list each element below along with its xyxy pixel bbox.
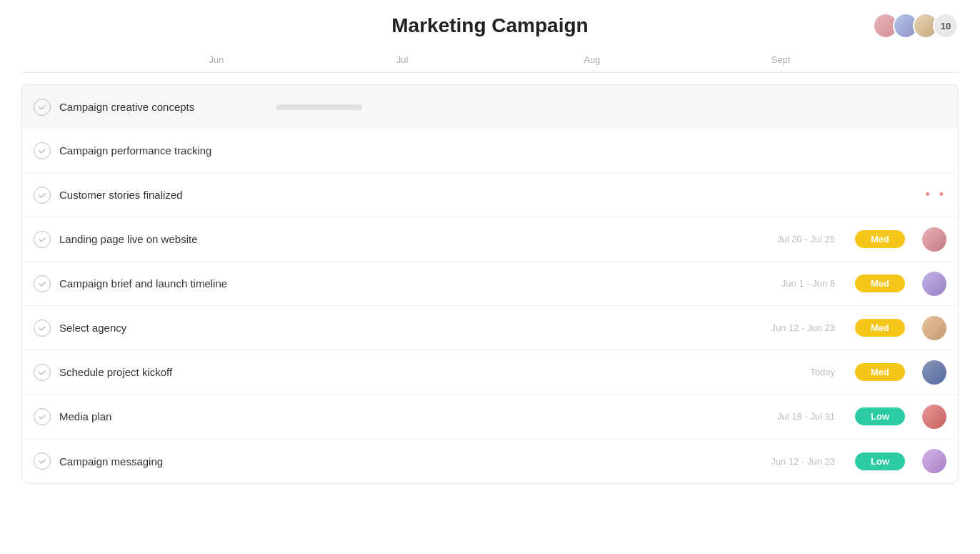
task-date-6: Jun 12 - Jun 23	[742, 322, 835, 333]
check-icon-3[interactable]	[34, 187, 51, 204]
check-icon-9[interactable]	[34, 452, 51, 470]
task-name-1: Campaign creative concepts	[59, 101, 276, 113]
priority-badge-5: Med	[855, 274, 905, 292]
row-right-1	[276, 104, 946, 110]
row-left-6: Select agency	[34, 320, 276, 337]
row-right-4: Jul 20 - Jul 25 Med	[276, 227, 946, 252]
task-date-4: Jul 20 - Jul 25	[742, 234, 835, 244]
check-icon-5[interactable]	[34, 275, 51, 292]
assignee-avatar-9	[922, 449, 946, 473]
task-date-8: Jul 18 - Jul 31	[742, 411, 835, 422]
task-name-8: Media plan	[59, 410, 276, 422]
priority-badge-6: Med	[855, 319, 905, 337]
task-name-9: Campaign messaging	[59, 455, 276, 468]
avatar-group: 10	[873, 13, 959, 39]
table-row: Customer stories finalized • •	[22, 173, 958, 217]
row-right-6: Jun 12 - Jun 23 Med	[276, 316, 946, 340]
page-title: Marketing Campaign	[391, 14, 588, 37]
row-left-4: Landing page live on website	[34, 231, 276, 248]
assignee-avatar-6	[922, 316, 946, 340]
assignee-avatar-4	[922, 227, 946, 252]
task-date-5: Jun 1 - Jun 8	[742, 278, 835, 289]
gantt-bar-1	[276, 104, 362, 110]
task-name-3: Customer stories finalized	[59, 189, 276, 201]
row-right-3: • •	[276, 187, 946, 202]
row-left-7: Schedule project kickoff	[34, 364, 276, 381]
timeline-header: Jun Jul Aug Sept	[0, 54, 980, 73]
row-right-8: Jul 18 - Jul 31 Low	[276, 405, 946, 429]
month-aug: Aug	[584, 54, 771, 65]
row-right-5: Jun 1 - Jun 8 Med	[276, 272, 946, 296]
table-row: Media plan Jul 18 - Jul 31 Low	[22, 395, 958, 439]
row-left-9: Campaign messaging	[34, 452, 276, 470]
task-list: Campaign creative concepts Campaign perf…	[0, 84, 980, 484]
month-labels-row: Jun Jul Aug Sept	[21, 54, 959, 73]
priority-badge-9: Low	[855, 452, 905, 470]
row-left-1: Campaign creative concepts	[34, 99, 276, 116]
task-name-5: Campaign brief and launch timeline	[59, 277, 276, 290]
row-left-3: Customer stories finalized	[34, 187, 276, 204]
check-icon-1[interactable]	[34, 99, 51, 116]
table-row: Campaign brief and launch timeline Jun 1…	[22, 262, 958, 306]
avatar-count: 10	[933, 13, 959, 39]
dot-indicator-3: • •	[925, 187, 946, 202]
assignee-avatar-8	[922, 405, 946, 429]
task-name-6: Select agency	[59, 322, 276, 334]
table-row: Schedule project kickoff Today Med	[22, 350, 958, 395]
month-sept: Sept	[771, 54, 959, 65]
task-name-4: Landing page live on website	[59, 233, 276, 245]
table-row: Select agency Jun 12 - Jun 23 Med	[22, 306, 958, 350]
table-row: Campaign messaging Jun 12 - Jun 23 Low	[22, 439, 958, 483]
assignee-avatar-5	[922, 272, 946, 296]
row-left-2: Campaign performance tracking	[34, 142, 276, 159]
task-date-9: Jun 12 - Jun 23	[742, 456, 835, 467]
check-icon-7[interactable]	[34, 364, 51, 381]
row-right-9: Jun 12 - Jun 23 Low	[276, 449, 946, 473]
table-row: Campaign creative concepts	[21, 84, 959, 129]
check-icon-8[interactable]	[34, 408, 51, 425]
month-jun: Jun	[209, 54, 396, 65]
assignee-avatar-7	[922, 360, 946, 385]
row-left-8: Media plan	[34, 408, 276, 425]
month-jul: Jul	[396, 54, 584, 65]
row-right-7: Today Med	[276, 360, 946, 385]
task-name-2: Campaign performance tracking	[59, 144, 276, 157]
month-spacer	[21, 54, 209, 65]
check-icon-6[interactable]	[34, 320, 51, 337]
table-row: Campaign performance tracking	[22, 129, 958, 173]
priority-badge-7: Med	[855, 363, 905, 381]
table-row: Landing page live on website Jul 20 - Ju…	[22, 217, 958, 262]
row-left-5: Campaign brief and launch timeline	[34, 275, 276, 292]
rows-container: Campaign performance tracking Customer s…	[21, 129, 959, 484]
page-header: Marketing Campaign 10	[0, 0, 980, 51]
check-icon-4[interactable]	[34, 231, 51, 248]
task-date-7: Today	[742, 367, 835, 377]
priority-badge-4: Med	[855, 230, 905, 248]
priority-badge-8: Low	[855, 407, 905, 425]
check-icon-2[interactable]	[34, 142, 51, 159]
task-name-7: Schedule project kickoff	[59, 366, 276, 378]
